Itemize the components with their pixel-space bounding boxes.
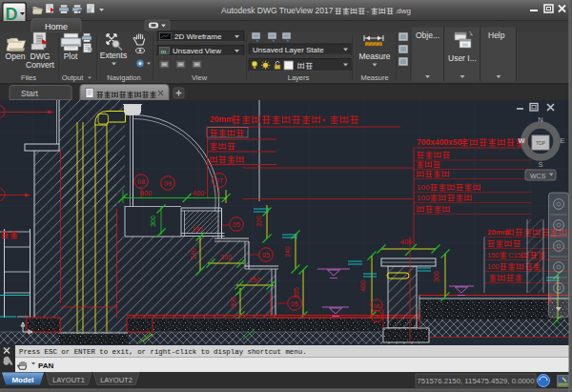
svg-text:Open: Open	[6, 52, 26, 61]
svg-text:Unsaved View: Unsaved View	[173, 47, 221, 55]
svg-text:20mm: 20mm	[487, 228, 509, 237]
svg-text:Files: Files	[21, 73, 36, 82]
svg-text:220: 220	[255, 216, 262, 227]
svg-text:05: 05	[374, 314, 380, 320]
svg-text:Extents: Extents	[100, 51, 127, 60]
svg-text:100: 100	[417, 194, 430, 202]
svg-text:100: 100	[487, 262, 500, 271]
svg-text:Measure: Measure	[358, 52, 390, 61]
svg-text:Navigation: Navigation	[107, 73, 140, 82]
svg-text:User I...: User I...	[448, 53, 477, 63]
svg-text:Output: Output	[62, 73, 84, 82]
svg-text:06: 06	[374, 303, 380, 309]
svg-text:TOP: TOP	[536, 140, 546, 146]
svg-text:700x400x50: 700x400x50	[417, 137, 462, 147]
svg-text:250: 250	[220, 254, 232, 260]
svg-text:05: 05	[291, 300, 298, 307]
svg-text:E: E	[560, 136, 564, 145]
svg-text:240: 240	[284, 246, 291, 258]
svg-text:LAYOUT2: LAYOUT2	[100, 376, 133, 384]
svg-text:Model: Model	[11, 376, 33, 384]
svg-text:250: 250	[249, 277, 260, 283]
svg-text:300: 300	[230, 297, 236, 308]
svg-text:240: 240	[190, 248, 196, 259]
svg-text:Autodesk DWG TrueView 2017: Autodesk DWG TrueView 2017	[221, 6, 334, 15]
svg-text:190: 190	[193, 226, 203, 233]
svg-text:Layers: Layers	[288, 73, 310, 82]
svg-text:Unsaved Layer State: Unsaved Layer State	[253, 46, 324, 54]
svg-text:.dwg: .dwg	[395, 7, 411, 15]
svg-text:N: N	[538, 115, 542, 124]
svg-text:Help: Help	[488, 31, 505, 40]
svg-text:Convert: Convert	[26, 60, 54, 70]
svg-text:300: 300	[433, 271, 439, 282]
svg-text:C15: C15	[508, 251, 521, 259]
svg-text:300: 300	[150, 216, 156, 227]
svg-text:150: 150	[487, 251, 500, 259]
svg-text:08: 08	[137, 178, 145, 185]
svg-text:05: 05	[262, 252, 270, 258]
svg-text:Start: Start	[21, 89, 39, 98]
svg-text:PAN: PAN	[38, 361, 54, 370]
svg-text:Plot: Plot	[64, 52, 78, 61]
svg-text:751576.2150, 115475.4529, 0.00: 751576.2150, 115475.4529, 0.0000	[418, 377, 536, 385]
svg-text:05: 05	[233, 221, 240, 228]
svg-text:W: W	[518, 136, 525, 145]
svg-text:m: m	[161, 49, 166, 54]
svg-text:Home: Home	[45, 22, 68, 31]
svg-text:09: 09	[164, 180, 172, 187]
svg-text:Press ESC or ENTER to exit, or: Press ESC or ENTER to exit, or right-cli…	[19, 348, 307, 356]
svg-text:DWG: DWG	[31, 52, 51, 61]
svg-text:2D Wireframe: 2D Wireframe	[174, 32, 222, 41]
svg-text:-: -	[367, 7, 370, 15]
svg-text:WCS: WCS	[530, 173, 546, 179]
svg-text:LAYOUT1: LAYOUT1	[52, 376, 85, 384]
svg-text:100: 100	[417, 183, 430, 192]
svg-text:900: 900	[140, 189, 153, 197]
svg-text:07: 07	[215, 177, 223, 184]
svg-text:Obje...: Obje...	[416, 31, 439, 40]
svg-text:Measure: Measure	[360, 73, 388, 82]
svg-text:View: View	[192, 73, 208, 82]
svg-text:400: 400	[359, 280, 366, 292]
svg-text:400: 400	[193, 189, 205, 197]
svg-text:S: S	[538, 160, 542, 169]
svg-text:20mm: 20mm	[210, 114, 234, 124]
